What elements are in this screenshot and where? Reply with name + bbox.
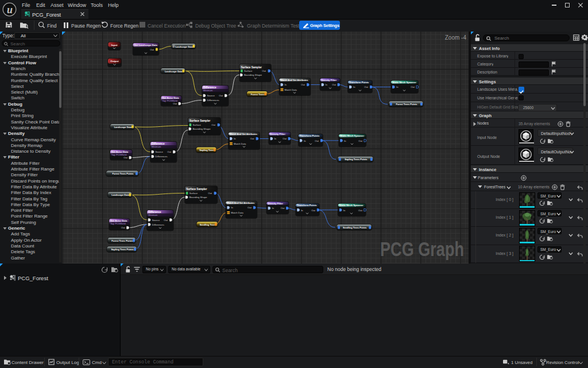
svg-text:Source: Source <box>207 94 215 97</box>
svg-text:Forest Trees Points: Forest Trees Points <box>111 239 133 242</box>
svg-text:u: u <box>7 4 13 16</box>
svg-text:Static Mesh Spawner: Static Mesh Spawner <box>392 81 416 84</box>
svg-text:Surface: Surface <box>193 123 202 126</box>
svg-text:Get Landscape Data: Get Landscape Data <box>134 44 158 47</box>
svg-text:Sapling Trees: Sapling Trees <box>199 149 215 152</box>
svg-text:Get Actor Data: Get Actor Data <box>111 150 129 153</box>
svg-text:Out: Out <box>358 209 363 212</box>
svg-text:Get Actor Data: Get Actor Data <box>110 219 127 222</box>
svg-text:Tag: PCGWorld: Tag: PCGWorld <box>110 223 125 225</box>
svg-text:Tag: PCGWorld: Tag: PCGWorld <box>111 154 126 156</box>
svg-text:Landscape Data: Landscape Data <box>114 126 132 129</box>
svg-text:Out: Out <box>283 137 287 140</box>
svg-text:Static Mesh Spawner: Static Mesh Spawner <box>339 204 363 207</box>
svg-text:Minimum: Minimum <box>152 145 161 148</box>
svg-text:Source: Source <box>156 150 164 153</box>
svg-text:Difference: Difference <box>148 211 161 214</box>
svg-text:Out: Out <box>208 192 212 195</box>
svg-text:Landscape Data: Landscape Data <box>175 45 193 48</box>
svg-text:Match And Get Attributes: Match And Get Attributes <box>227 202 255 204</box>
svg-text:Out: Out <box>247 206 252 209</box>
svg-text:Bounding Shape: Bounding Shape <box>193 127 211 130</box>
svg-text:Source: Source <box>152 219 160 222</box>
svg-text:Difference: Difference <box>203 86 216 89</box>
svg-text:Sapling Trees Points: Sapling Trees Points <box>345 158 368 161</box>
svg-text:Surface: Surface <box>244 69 253 72</box>
svg-text:Out: Out <box>411 86 415 88</box>
svg-text:Out: Out <box>121 226 126 229</box>
svg-text:Surface Sampler: Surface Sampler <box>189 119 210 122</box>
svg-text:Landscape Data: Landscape Data <box>165 70 183 73</box>
svg-text:Out: Out <box>211 123 216 126</box>
svg-text:Out: Out <box>315 140 319 142</box>
svg-text:Density Filter: Density Filter <box>268 202 283 205</box>
svg-text:Differences: Differences <box>207 99 219 102</box>
svg-text:Transform Points: Transform Points <box>300 134 320 137</box>
svg-text:Zoom -4: Zoom -4 <box>445 34 467 41</box>
svg-text:Out: Out <box>167 150 172 153</box>
svg-text:Out: Out <box>164 219 168 222</box>
svg-text:Differences: Differences <box>152 223 164 226</box>
svg-text:Out: Out <box>281 207 285 210</box>
svg-text:Out: Out <box>123 156 128 159</box>
svg-text:Out: Out <box>301 83 305 86</box>
svg-text:Transform Points: Transform Points <box>349 81 369 84</box>
svg-text:Difference: Difference <box>152 142 165 145</box>
svg-text:Sapling Trees Points: Sapling Trees Points <box>111 248 134 251</box>
svg-text:Tag: PCGWorld: Tag: PCGWorld <box>163 100 177 102</box>
svg-text:Density Filter: Density Filter <box>322 79 337 82</box>
svg-text:Out: Out <box>364 86 369 88</box>
svg-text:Out: Out <box>250 137 255 140</box>
svg-text:Match And Get Attributes: Match And Get Attributes <box>230 133 258 135</box>
svg-text:Transform Points: Transform Points <box>297 204 317 207</box>
svg-text:Out: Out <box>311 209 316 212</box>
svg-text:Output: Output <box>110 60 119 63</box>
svg-text:Surface Sampler: Surface Sampler <box>241 66 262 69</box>
svg-text:Minimum: Minimum <box>203 89 213 92</box>
svg-text:Density Filter: Density Filter <box>270 133 285 135</box>
svg-text:Out: Out <box>262 69 266 72</box>
svg-text:Match Data: Match Data <box>231 211 243 214</box>
svg-text:Seedling Trees Points: Seedling Trees Points <box>343 226 367 229</box>
svg-text:Bounding Shape: Bounding Shape <box>244 73 262 76</box>
svg-text:Differences: Differences <box>156 155 168 158</box>
svg-text:PCG Graph: PCG Graph <box>380 238 464 260</box>
svg-text:Out: Out <box>150 48 154 51</box>
svg-text:Match And Get Attributes: Match And Get Attributes <box>281 79 309 82</box>
svg-text:Match Data: Match Data <box>285 88 297 91</box>
svg-text:Landscape Data: Landscape Data <box>111 193 129 196</box>
svg-text:Forest Trees Points: Forest Trees Points <box>112 172 134 175</box>
svg-text:Static Mesh Spawner: Static Mesh Spawner <box>340 134 364 137</box>
svg-text:Get Actor Data: Get Actor Data <box>163 96 180 99</box>
svg-text:Out: Out <box>332 83 336 86</box>
svg-text:Surface Sampler: Surface Sampler <box>186 188 207 191</box>
svg-text:Surface: Surface <box>189 192 198 195</box>
svg-text:Input: Input <box>111 44 118 47</box>
svg-text:Out: Out <box>219 94 223 97</box>
svg-text:Forest Trees: Forest Trees <box>251 93 265 96</box>
svg-text:Match Data: Match Data <box>234 142 246 145</box>
svg-text:Out: Out <box>173 102 177 105</box>
svg-text:Bounding Shape: Bounding Shape <box>189 196 208 199</box>
svg-text:Out: Out <box>358 140 363 142</box>
svg-text:Forest Trees Points: Forest Trees Points <box>396 103 417 106</box>
svg-text:Minimum: Minimum <box>148 214 158 216</box>
svg-text:Seedling Trees: Seedling Trees <box>200 223 216 226</box>
